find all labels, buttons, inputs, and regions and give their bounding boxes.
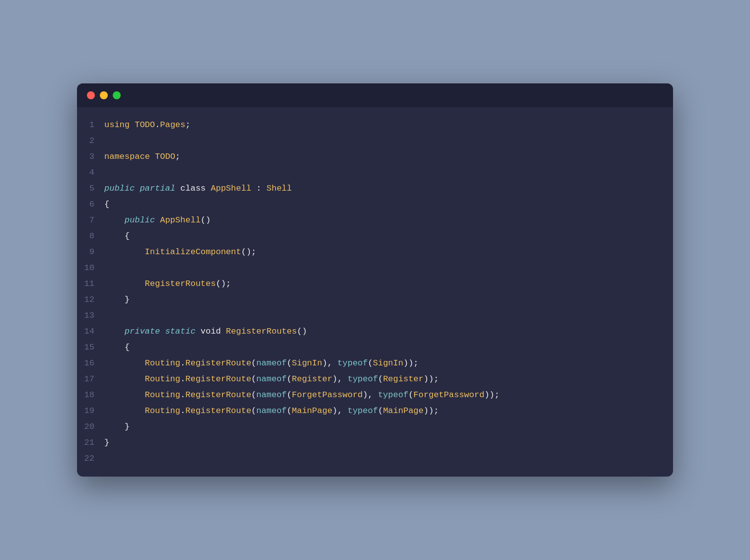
line-content: } <box>104 292 673 308</box>
line-content: namespace TODO; <box>104 149 673 165</box>
code-line: 7 public AppShell() <box>77 212 673 228</box>
line-number: 12 <box>77 292 104 308</box>
line-number: 20 <box>77 419 104 435</box>
code-line: 8 { <box>77 228 673 244</box>
code-line: 13 <box>77 308 673 324</box>
line-number: 14 <box>77 324 104 340</box>
line-number: 22 <box>77 451 104 467</box>
code-line: 2 <box>77 133 673 149</box>
titlebar <box>77 83 673 107</box>
line-number: 3 <box>77 149 104 165</box>
line-content: Routing.RegisterRoute(nameof(MainPage), … <box>104 403 673 419</box>
line-content: Routing.RegisterRoute(nameof(Register), … <box>104 371 673 387</box>
code-line: 20 } <box>77 419 673 435</box>
close-button[interactable] <box>87 91 95 99</box>
line-number: 6 <box>77 197 104 212</box>
code-line: 4 <box>77 165 673 181</box>
line-content: Routing.RegisterRoute(nameof(ForgetPassw… <box>104 387 673 403</box>
line-number: 16 <box>77 355 104 371</box>
code-window: 1using TODO.Pages;23namespace TODO;45pub… <box>77 83 673 477</box>
line-number: 7 <box>77 212 104 228</box>
code-line: 16 Routing.RegisterRoute(nameof(SignIn),… <box>77 355 673 371</box>
code-line: 9 InitializeComponent(); <box>77 244 673 260</box>
line-number: 18 <box>77 387 104 403</box>
code-line: 1using TODO.Pages; <box>77 117 673 133</box>
line-content: RegisterRoutes(); <box>104 276 673 292</box>
code-line: 5public partial class AppShell : Shell <box>77 181 673 197</box>
code-editor: 1using TODO.Pages;23namespace TODO;45pub… <box>77 107 673 477</box>
line-number: 21 <box>77 435 104 451</box>
line-content: Routing.RegisterRoute(nameof(SignIn), ty… <box>104 355 673 371</box>
code-line: 12 } <box>77 292 673 308</box>
line-number: 2 <box>77 133 104 149</box>
line-number: 17 <box>77 371 104 387</box>
line-number: 19 <box>77 403 104 419</box>
code-line: 15 { <box>77 340 673 355</box>
line-content: } <box>104 435 673 451</box>
line-number: 8 <box>77 228 104 244</box>
code-line: 3namespace TODO; <box>77 149 673 165</box>
line-number: 4 <box>77 165 104 181</box>
line-number: 1 <box>77 117 104 133</box>
line-content: { <box>104 228 673 244</box>
code-line: 17 Routing.RegisterRoute(nameof(Register… <box>77 371 673 387</box>
line-number: 5 <box>77 181 104 197</box>
line-number: 9 <box>77 244 104 260</box>
line-number: 11 <box>77 276 104 292</box>
code-line: 18 Routing.RegisterRoute(nameof(ForgetPa… <box>77 387 673 403</box>
maximize-button[interactable] <box>113 91 121 99</box>
line-number: 10 <box>77 260 104 276</box>
line-content: public partial class AppShell : Shell <box>104 181 673 197</box>
line-content: { <box>104 197 673 212</box>
line-content: { <box>104 340 673 355</box>
line-number: 15 <box>77 340 104 355</box>
minimize-button[interactable] <box>100 91 108 99</box>
code-line: 19 Routing.RegisterRoute(nameof(MainPage… <box>77 403 673 419</box>
code-line: 22 <box>77 451 673 467</box>
code-line: 14 private static void RegisterRoutes() <box>77 324 673 340</box>
line-content: InitializeComponent(); <box>104 244 673 260</box>
code-line: 10 <box>77 260 673 276</box>
code-line: 11 RegisterRoutes(); <box>77 276 673 292</box>
line-content: public AppShell() <box>104 212 673 228</box>
code-line: 21} <box>77 435 673 451</box>
line-content: using TODO.Pages; <box>104 117 673 133</box>
code-line: 6{ <box>77 197 673 212</box>
line-content: private static void RegisterRoutes() <box>104 324 673 340</box>
line-content: } <box>104 419 673 435</box>
line-number: 13 <box>77 308 104 324</box>
